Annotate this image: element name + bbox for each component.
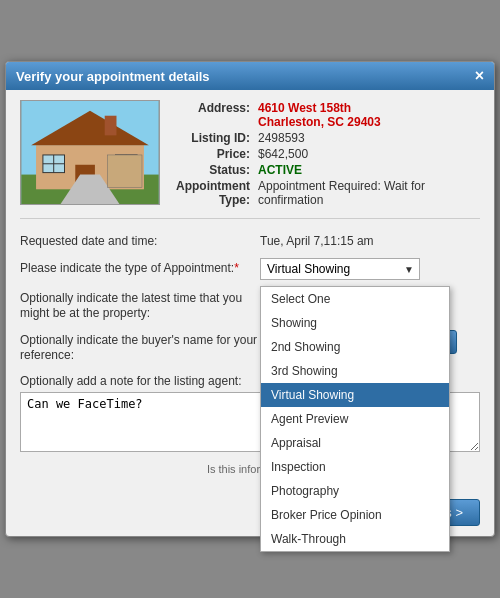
property-section: Address: 4610 West 158th Charleston, SC …	[20, 100, 480, 219]
datetime-row: Requested date and time: Tue, April 7,11…	[20, 231, 480, 250]
details-table: Address: 4610 West 158th Charleston, SC …	[172, 100, 480, 208]
form-section: Requested date and time: Tue, April 7,11…	[20, 231, 480, 366]
verify-appointment-dialog: Verify your appointment details ×	[5, 61, 495, 537]
listing-id-value: 2498593	[254, 130, 480, 146]
appt-type-label: Appointment Type:	[172, 178, 254, 208]
status-label: Status:	[172, 162, 254, 178]
dropdown-item[interactable]: 3rd Showing	[261, 359, 449, 383]
appt-type-row: Appointment Type: Appointment Required: …	[172, 178, 480, 208]
appt-type-select-wrapper: Select OneShowing2nd Showing3rd ShowingV…	[260, 258, 420, 280]
address-line2: Charleston, SC 29403	[258, 115, 381, 129]
appt-type-control: Select OneShowing2nd Showing3rd ShowingV…	[260, 258, 480, 280]
dropdown-item[interactable]: Inspection	[261, 455, 449, 479]
listing-id-label: Listing ID:	[172, 130, 254, 146]
dropdown-item[interactable]: Walk-Through	[261, 527, 449, 551]
address-row: Address: 4610 West 158th Charleston, SC …	[172, 100, 480, 130]
appt-type-form-row: Please indicate the type of Appointment:…	[20, 258, 480, 280]
dialog-header: Verify your appointment details ×	[6, 62, 494, 90]
dropdown-item[interactable]: Photography	[261, 479, 449, 503]
status-value: ACTIVE	[254, 162, 480, 178]
price-value: $642,500	[254, 146, 480, 162]
address-label: Address:	[172, 100, 254, 130]
price-row: Price: $642,500	[172, 146, 480, 162]
price-label: Price:	[172, 146, 254, 162]
dropdown-item[interactable]: Broker Price Opinion	[261, 503, 449, 527]
latest-time-label: Optionally indicate the latest time that…	[20, 288, 260, 322]
svg-rect-14	[108, 155, 142, 187]
dropdown-item[interactable]: Appraisal	[261, 431, 449, 455]
dropdown-item[interactable]: Showing	[261, 311, 449, 335]
appt-type-value: Appointment Required: Wait for confirmat…	[254, 178, 480, 208]
dropdown-item[interactable]: Select One	[261, 287, 449, 311]
dialog-body: Address: 4610 West 158th Charleston, SC …	[6, 90, 494, 493]
address-value: 4610 West 158th Charleston, SC 29403	[254, 100, 480, 130]
address-line1: 4610 West 158th	[258, 101, 351, 115]
status-row: Status: ACTIVE	[172, 162, 480, 178]
datetime-label: Requested date and time:	[20, 231, 260, 250]
close-button[interactable]: ×	[475, 68, 484, 84]
appt-type-select[interactable]: Select OneShowing2nd Showing3rd ShowingV…	[260, 258, 420, 280]
appt-type-form-label: Please indicate the type of Appointment:…	[20, 258, 260, 277]
appointment-type-dropdown[interactable]: Select OneShowing2nd Showing3rd ShowingV…	[260, 286, 450, 552]
listing-id-row: Listing ID: 2498593	[172, 130, 480, 146]
buyer-label: Optionally indicate the buyer's name for…	[20, 330, 260, 364]
dropdown-item[interactable]: Agent Preview	[261, 407, 449, 431]
property-image	[20, 100, 160, 205]
dialog-title: Verify your appointment details	[16, 69, 210, 84]
datetime-value: Tue, April 7,11:15 am	[260, 231, 374, 248]
dropdown-item[interactable]: Virtual Showing	[261, 383, 449, 407]
dropdown-item[interactable]: 2nd Showing	[261, 335, 449, 359]
svg-rect-4	[105, 116, 117, 136]
property-details: Address: 4610 West 158th Charleston, SC …	[172, 100, 480, 208]
